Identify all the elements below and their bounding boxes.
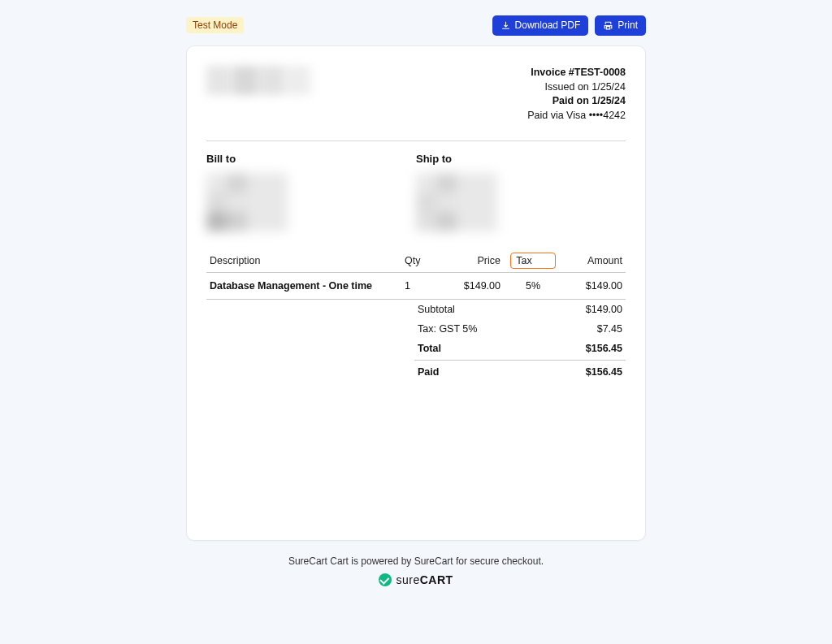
line-items-table: Description Qty Price Tax Amount Databas… <box>206 249 626 300</box>
invoice-card: Invoice #TEST-0008 Issued on 1/25/24 Pai… <box>186 45 646 541</box>
cell-price: $149.00 <box>445 273 504 300</box>
tax-line-label: Tax: GST 5% <box>418 323 477 335</box>
invoice-meta: Invoice #TEST-0008 Issued on 1/25/24 Pai… <box>527 66 626 123</box>
invoice-paid-via: Paid via Visa ••••4242 <box>527 109 626 123</box>
table-row: Database Management - One time 1 $149.00… <box>206 273 626 300</box>
download-pdf-button[interactable]: Download PDF <box>492 15 589 36</box>
total-value: $156.45 <box>586 343 622 354</box>
th-tax: Tax <box>504 249 562 273</box>
ship-to-heading: Ship to <box>416 153 626 165</box>
cell-description: Database Management - One time <box>206 273 401 300</box>
subtotal-label: Subtotal <box>418 304 455 315</box>
total-label: Total <box>418 343 441 354</box>
th-qty: Qty <box>401 249 445 273</box>
download-icon <box>500 20 511 31</box>
bill-to-heading: Bill to <box>206 153 416 165</box>
footer-text: SureCart Cart is powered by SureCart for… <box>0 555 832 567</box>
print-icon <box>603 20 613 31</box>
invoice-paid-on: Paid on 1/25/24 <box>527 94 626 109</box>
cell-tax: 5% <box>504 273 562 300</box>
paid-value: $156.45 <box>586 366 622 378</box>
merchant-logo <box>206 66 310 95</box>
cell-qty: 1 <box>401 273 445 300</box>
th-price: Price <box>445 249 504 273</box>
footer-brand-logo: sureCART <box>379 573 453 586</box>
footer-brand-cart: CART <box>420 573 453 586</box>
paid-label: Paid <box>418 366 439 378</box>
check-circle-icon <box>379 573 392 586</box>
footer-brand-sure: sure <box>396 573 419 586</box>
invoice-number: Invoice #TEST-0008 <box>527 66 626 80</box>
bill-to-address <box>206 173 288 231</box>
tax-line-value: $7.45 <box>597 323 622 335</box>
th-amount: Amount <box>562 249 626 273</box>
tax-header-highlight: Tax <box>510 253 555 269</box>
subtotal-value: $149.00 <box>586 304 622 315</box>
test-mode-badge: Test Mode <box>186 17 244 33</box>
invoice-issued-on: Issued on 1/25/24 <box>527 80 626 95</box>
divider <box>206 140 626 141</box>
download-pdf-label: Download PDF <box>515 20 581 30</box>
totals-block: Subtotal $149.00 Tax: GST 5% $7.45 Total… <box>414 300 626 382</box>
print-button[interactable]: Print <box>595 15 646 36</box>
print-label: Print <box>618 20 638 30</box>
cell-amount: $149.00 <box>562 273 626 300</box>
ship-to-address <box>416 173 497 231</box>
th-description: Description <box>206 249 401 273</box>
